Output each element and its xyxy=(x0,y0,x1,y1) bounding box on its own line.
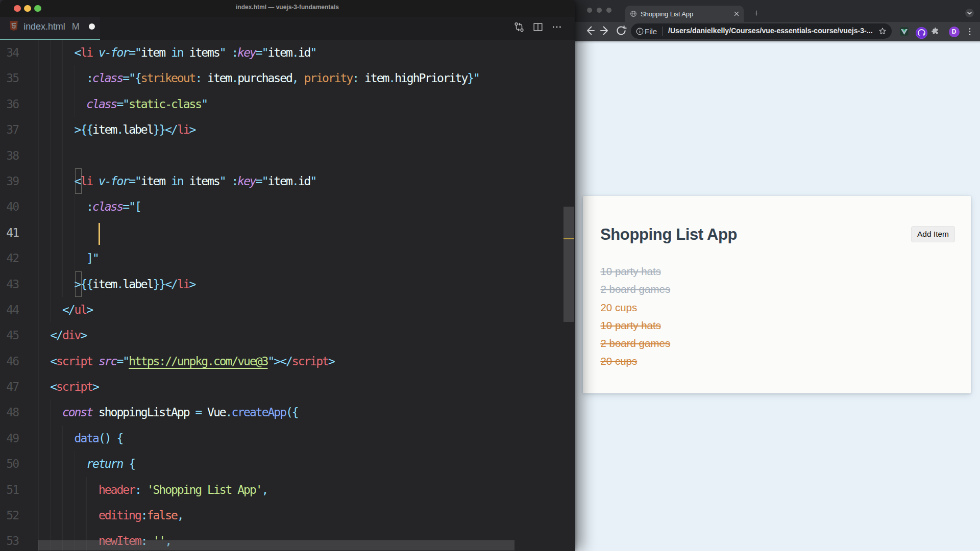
code-line-46: 46 <script src="https://unpkg.com/vue@3"… xyxy=(0,348,575,374)
code-text: data() { xyxy=(38,425,123,451)
horizontal-scrollbar[interactable] xyxy=(38,540,514,550)
editor-tab-actions xyxy=(513,21,562,34)
vue-extension-icon[interactable] xyxy=(900,27,909,36)
code-text: return { xyxy=(38,451,135,477)
overview-ruler-cursor-mark xyxy=(564,238,574,239)
code-text: editing:false, xyxy=(38,503,183,528)
forward-icon[interactable] xyxy=(598,23,612,38)
browser-window: Shopping List App File xyxy=(575,0,980,551)
line-number: 49 xyxy=(0,425,18,451)
line-number: 41 xyxy=(0,220,18,245)
shopping-list-item: 10 party hats xyxy=(600,316,670,334)
line-number: 46 xyxy=(0,348,18,374)
code-text: class="static-class" xyxy=(38,91,208,117)
line-number: 45 xyxy=(0,322,18,348)
code-line-43: 43 >{{item.label}}</li> xyxy=(0,271,575,297)
code-text: :class="[ xyxy=(38,194,141,219)
info-icon[interactable] xyxy=(636,28,644,35)
new-tab-icon[interactable] xyxy=(752,9,760,17)
line-number: 48 xyxy=(0,399,18,425)
purple-extension-icon[interactable] xyxy=(915,27,925,37)
bracket-match-box xyxy=(75,168,82,194)
code-line-36: 36 class="static-class" xyxy=(0,91,575,117)
line-number: 42 xyxy=(0,245,18,271)
address-bar[interactable]: File /Users/danielkelly/Courses/vue-esse… xyxy=(631,23,892,39)
editor-window-title: index.html — vuejs-3-fundamentals xyxy=(0,4,575,11)
open-changes-icon[interactable] xyxy=(513,21,525,33)
code-text: header: 'Shopping List App', xyxy=(38,477,268,503)
browser-active-tab[interactable]: Shopping List App xyxy=(625,6,744,22)
code-text: </div> xyxy=(38,322,87,348)
page-background: Shopping List App Add Item 10 party hats… xyxy=(575,41,980,551)
code-text: const shoppingListApp = Vue.createApp({ xyxy=(38,399,298,425)
address-url[interactable]: /Users/danielkelly/Courses/vue-essential… xyxy=(668,27,873,35)
indent-guide xyxy=(38,143,39,168)
code-line-44: 44 </ul> xyxy=(0,297,575,322)
vertical-scrollbar[interactable] xyxy=(564,207,574,322)
editor-tab-indexhtml[interactable]: index.html M xyxy=(0,17,100,40)
line-number: 43 xyxy=(0,271,18,297)
code-line-49: 49 data() { xyxy=(0,425,575,451)
text-cursor xyxy=(99,223,100,245)
extensions-puzzle-icon[interactable] xyxy=(931,27,940,36)
split-editor-icon[interactable] xyxy=(532,21,544,33)
indent-guide xyxy=(75,220,75,245)
line-number: 51 xyxy=(0,477,18,503)
window-zoom-button[interactable] xyxy=(606,8,611,13)
back-icon[interactable] xyxy=(582,23,597,38)
line-number: 44 xyxy=(0,297,18,322)
add-item-button[interactable]: Add Item xyxy=(911,226,955,242)
code-text: >{{item.label}}</li> xyxy=(38,117,195,142)
indent-guide xyxy=(50,143,51,168)
code-editor[interactable]: 34 <li v-for="item in items" :key="item.… xyxy=(0,40,575,551)
code-line-52: 52 editing:false, xyxy=(0,503,575,528)
editor-title-bar: index.html — vuejs-3-fundamentals xyxy=(0,0,575,17)
line-number: 50 xyxy=(0,451,18,477)
globe-favicon-icon xyxy=(630,10,637,17)
code-line-38: 38 xyxy=(0,143,575,168)
code-text: :class="{strikeout: item.purchased, prio… xyxy=(38,65,479,91)
line-number: 52 xyxy=(0,503,18,528)
shopping-list-card: Shopping List App Add Item 10 party hats… xyxy=(583,196,971,393)
line-number: 53 xyxy=(0,528,18,551)
address-separator xyxy=(663,27,663,36)
code-line-45: 45 </div> xyxy=(0,322,575,348)
code-text: <li v-for="item in items" :key="item.id" xyxy=(38,40,316,65)
shopping-list-item: 20 cups xyxy=(600,298,670,316)
window-minimize-button[interactable] xyxy=(597,8,602,13)
editor-window: index.html — vuejs-3-fundamentals index.… xyxy=(0,0,575,551)
line-number: 36 xyxy=(0,91,18,117)
code-line-50: 50 return { xyxy=(0,451,575,477)
more-actions-icon[interactable] xyxy=(551,21,562,33)
indent-guide xyxy=(62,143,63,168)
line-number: 34 xyxy=(0,40,18,65)
tab-search-chevron-icon[interactable] xyxy=(965,9,974,17)
bookmark-star-icon[interactable] xyxy=(878,27,887,35)
indent-guide xyxy=(62,220,63,245)
menu-dots-icon[interactable] xyxy=(966,24,973,39)
address-scheme-label: File xyxy=(645,27,657,36)
indent-guide xyxy=(38,220,39,245)
code-line-37: 37 >{{item.label}}</li> xyxy=(0,117,575,142)
window-close-button[interactable] xyxy=(587,8,592,13)
code-line-39: 39 <li v-for="item in items" :key="item.… xyxy=(0,168,575,194)
line-number: 38 xyxy=(0,143,18,168)
bracket-match-box xyxy=(75,271,82,297)
code-line-40: 40 :class="[ xyxy=(0,194,575,219)
code-line-35: 35 :class="{strikeout: item.purchased, p… xyxy=(0,65,575,91)
reload-icon[interactable] xyxy=(614,23,628,38)
line-number: 37 xyxy=(0,117,18,142)
tab-git-modified-badge: M xyxy=(72,21,80,32)
browser-tab-title: Shopping List App xyxy=(641,10,693,18)
code-line-41: 41 xyxy=(0,220,575,245)
html5-icon xyxy=(9,21,18,31)
page-title: Shopping List App xyxy=(600,226,737,244)
profile-avatar[interactable]: D xyxy=(949,27,960,37)
tab-filename: index.html xyxy=(23,21,65,32)
line-number: 40 xyxy=(0,194,18,219)
code-line-48: 48 const shoppingListApp = Vue.createApp… xyxy=(0,399,575,425)
shopping-list-item: 20 cups xyxy=(600,352,670,370)
editor-tab-bar: index.html M xyxy=(0,17,575,40)
tab-close-icon[interactable] xyxy=(733,10,740,17)
code-text: </ul> xyxy=(38,297,93,322)
